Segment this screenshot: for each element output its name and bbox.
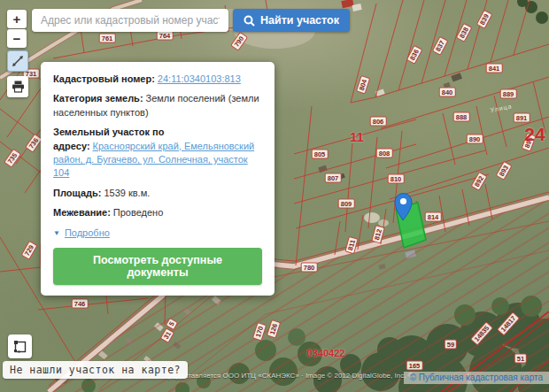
land-category-row: Категория земель:Земли поселений (земли … (53, 92, 262, 119)
print-icon (12, 81, 25, 93)
map-credit-link[interactable]: © Публичная кадастровая карта (404, 372, 549, 384)
address-row: Земельный участок по адресу:Красноярский… (53, 126, 262, 181)
cadastral-map-app: 7317617647908368378388398418048408898068… (0, 0, 549, 392)
search-input[interactable] (32, 9, 228, 32)
view-documents-button[interactable]: Посмотреть доступные документы (53, 248, 262, 285)
search-button[interactable]: Найти участок (233, 9, 350, 32)
area-row: Площадь:1539 кв.м. (53, 187, 262, 200)
zoom-out-button[interactable]: − (7, 29, 27, 48)
chevron-down-icon: ▼ (53, 228, 60, 238)
measure-icon (12, 55, 24, 67)
cadastral-number-row: Кадастровый номер:24:11:0340103:813 (53, 73, 262, 86)
area-select-icon (13, 340, 27, 354)
survey-row: Межевание:Проведено (53, 206, 262, 219)
zoom-in-button[interactable]: + (7, 10, 27, 28)
survey-label: Межевание: (53, 207, 111, 218)
cadastral-number-label: Кадастровый номер: (53, 73, 155, 84)
details-link[interactable]: Подробно (65, 227, 110, 240)
cadastral-number-link[interactable]: 24:11:0340103:813 (158, 73, 241, 84)
not-found-tooltip: Не нашли участок на карте? (3, 361, 188, 379)
details-toggle[interactable]: ▼ Подробно (53, 227, 262, 240)
area-select-button[interactable] (8, 334, 32, 358)
imagery-credit: предоставляется ООО ИТЦ «СКАНЭКС» · Imag… (165, 372, 414, 380)
land-category-label: Категория земель: (53, 93, 143, 104)
area-value: 1539 кв.м. (104, 188, 150, 198)
parcel-info-popup: Кадастровый номер:24:11:0340103:813 Кате… (41, 62, 274, 296)
print-button[interactable] (7, 76, 28, 97)
measure-distance-button[interactable] (7, 50, 28, 72)
search-button-label: Найти участок (260, 14, 339, 27)
area-label: Площадь: (53, 188, 101, 198)
search-icon (244, 15, 255, 27)
survey-value: Проведено (113, 207, 163, 218)
